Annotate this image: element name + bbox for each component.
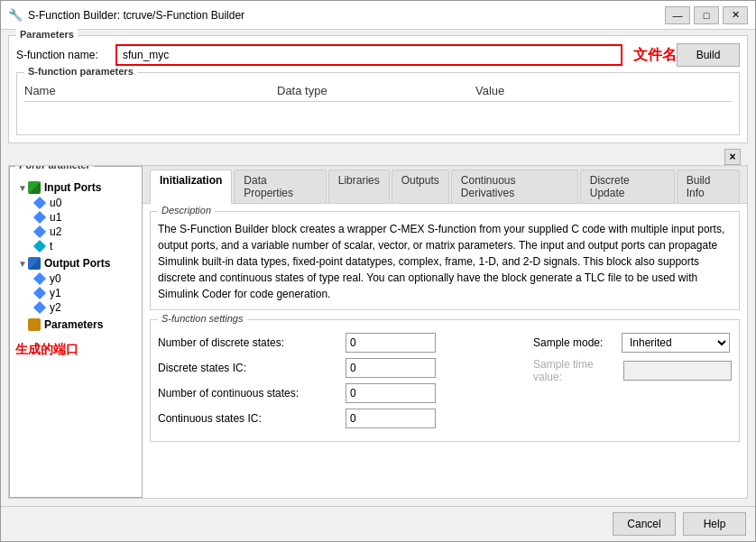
u2-label: u2 (50, 225, 61, 238)
tab-outputs[interactable]: Outputs (392, 170, 449, 203)
output-ports-expand-icon: ▼ (17, 258, 28, 269)
settings-row-discrete-ic: Discrete states IC: (158, 358, 506, 378)
parameters-tree-group: ▷ Parameters (14, 317, 142, 333)
settings-row-discrete-states: Number of discrete states: (158, 333, 506, 353)
left-panel: Port/Parameter ▼ Input Ports u0 (9, 166, 143, 498)
list-item[interactable]: y2 (14, 300, 142, 315)
chinese-filename-label: 文件名 (633, 46, 677, 65)
settings-row-continuous-ic: Continuous states IC: (158, 409, 506, 428)
y0-label: y0 (50, 272, 61, 285)
input-ports-label: Input Ports (44, 181, 101, 194)
input-ports-group: ▼ Input Ports u0 u1 u2 (14, 179, 142, 253)
tab-build-info[interactable]: Build Info (677, 170, 740, 203)
params-header: Name Data type Value (24, 84, 732, 102)
description-section: Description The S-Function Builder block… (150, 211, 740, 310)
titlebar-buttons: — □ ✕ (665, 6, 748, 24)
sfunc-name-label: S-function name: (16, 49, 115, 61)
port-parameter-tree: ▼ Input Ports u0 u1 u2 (10, 179, 142, 333)
maximize-button[interactable]: □ (694, 6, 719, 24)
sample-mode-label: Sample mode: (533, 336, 614, 349)
sfunc-params-label: S-function parameters (24, 66, 137, 77)
main-content: Port/Parameter ▼ Input Ports u0 (8, 165, 748, 499)
y2-icon (33, 301, 46, 314)
sfunc-params-section: S-function parameters Name Data type Val… (16, 72, 740, 135)
tab-content-initialization: Description The S-Function Builder block… (143, 204, 747, 498)
tab-discrete-update[interactable]: Discrete Update (580, 170, 675, 203)
sfunc-name-row: S-function name: 文件名 Build (16, 43, 740, 67)
t-icon (33, 240, 46, 253)
settings-right-col: Sample mode: Inherited Continuous Discre… (533, 333, 732, 434)
sample-time-label: Sample time value: (533, 358, 616, 383)
t-label: t (50, 240, 52, 253)
description-text: The S-Function Builder block creates a w… (158, 221, 732, 302)
parameters-tree-header[interactable]: ▷ Parameters (14, 317, 142, 333)
tab-data-properties[interactable]: Data Properties (234, 170, 326, 203)
discrete-states-label: Number of discrete states: (158, 336, 338, 349)
divider-row: × (8, 149, 748, 165)
tab-bar: Initialization Data Properties Libraries… (143, 166, 747, 204)
params-tree-icon (28, 318, 41, 331)
u0-label: u0 (50, 197, 61, 209)
build-button[interactable]: Build (677, 43, 740, 67)
output-ports-group: ▼ Output Ports y0 y1 y2 (14, 255, 142, 315)
discrete-ic-input[interactable] (346, 358, 436, 378)
minimize-button[interactable]: — (665, 6, 690, 24)
output-ports-label: Output Ports (44, 257, 110, 270)
list-item[interactable]: u0 (14, 196, 142, 210)
col-value-header: Value (475, 84, 732, 97)
window-title: S-Function Builder: tcruve/S-Function Bu… (28, 9, 665, 22)
continuous-states-label: Number of continuous states: (158, 387, 338, 400)
titlebar: 🔧 S-Function Builder: tcruve/S-Function … (1, 1, 755, 30)
right-panel: Initialization Data Properties Libraries… (143, 166, 747, 498)
list-item[interactable]: y1 (14, 286, 142, 300)
col-datatype-header: Data type (277, 84, 475, 97)
close-x-button[interactable]: × (724, 149, 741, 165)
sample-mode-select[interactable]: Inherited Continuous Discrete (622, 333, 730, 353)
bottom-bar: Cancel Help (1, 506, 755, 541)
input-ports-icon (28, 181, 41, 194)
settings-section-label: S-function settings (158, 313, 247, 324)
settings-row-sample-time: Sample time value: (533, 358, 732, 383)
settings-left-col: Number of discrete states: Discrete stat… (158, 333, 506, 434)
input-ports-header[interactable]: ▼ Input Ports (14, 179, 142, 196)
settings-row-sample-mode: Sample mode: Inherited Continuous Discre… (533, 333, 732, 353)
list-item[interactable]: u2 (14, 225, 142, 239)
window-icon: 🔧 (8, 8, 23, 23)
chinese-annotation: 生成的端口 (10, 335, 142, 362)
y1-icon (33, 287, 46, 299)
cancel-button[interactable]: Cancel (613, 512, 676, 536)
continuous-states-input[interactable] (346, 383, 436, 403)
main-window: 🔧 S-Function Builder: tcruve/S-Function … (0, 0, 756, 542)
list-item[interactable]: t (14, 239, 142, 253)
params-tree-label: Parameters (44, 318, 103, 331)
settings-row-continuous-states: Number of continuous states: (158, 383, 506, 403)
u2-icon (33, 225, 46, 238)
y1-label: y1 (50, 287, 61, 299)
u1-icon (33, 211, 46, 224)
description-section-label: Description (158, 205, 215, 216)
left-panel-title: Port/Parameter (15, 165, 94, 170)
list-item[interactable]: y0 (14, 271, 142, 286)
continuous-ic-input[interactable] (346, 409, 436, 428)
y2-label: y2 (50, 301, 61, 314)
settings-section: S-function settings Number of discrete s… (150, 319, 740, 442)
params-expand-icon: ▷ (17, 319, 28, 330)
output-ports-icon (28, 257, 41, 270)
discrete-states-input[interactable] (346, 333, 436, 353)
discrete-ic-label: Discrete states IC: (158, 362, 338, 374)
u1-label: u1 (50, 211, 61, 224)
sample-time-input (623, 361, 732, 381)
input-ports-expand-icon: ▼ (17, 182, 28, 193)
tab-initialization[interactable]: Initialization (150, 170, 232, 204)
close-button[interactable]: ✕ (723, 6, 748, 24)
sfunc-name-input[interactable] (115, 44, 622, 66)
tab-libraries[interactable]: Libraries (328, 170, 390, 203)
col-name-header: Name (24, 84, 277, 97)
list-item[interactable]: u1 (14, 210, 142, 225)
tab-continuous-derivatives[interactable]: Continuous Derivatives (451, 170, 578, 203)
parameters-section: Parameters S-function name: 文件名 Build S-… (8, 35, 748, 143)
output-ports-header[interactable]: ▼ Output Ports (14, 255, 142, 271)
help-button[interactable]: Help (683, 512, 746, 536)
u0-icon (33, 197, 46, 209)
y0-icon (33, 272, 46, 285)
